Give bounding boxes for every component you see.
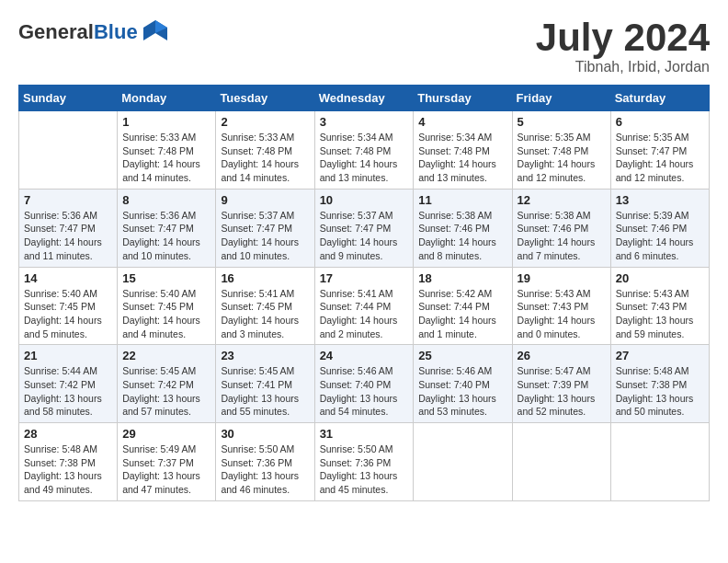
day-number: 31 xyxy=(320,427,409,441)
day-number: 16 xyxy=(221,271,309,285)
day-number: 21 xyxy=(24,349,112,362)
calendar-cell: 4Sunrise: 5:34 AM Sunset: 7:48 PM Daylig… xyxy=(414,111,512,190)
day-info: Sunrise: 5:42 AM Sunset: 7:44 PM Dayligh… xyxy=(418,287,506,341)
calendar-cell: 22Sunrise: 5:45 AM Sunset: 7:42 PM Dayli… xyxy=(118,345,216,423)
day-number: 30 xyxy=(221,427,309,441)
day-number: 9 xyxy=(221,193,309,207)
logo-flag-icon xyxy=(142,18,169,46)
day-number: 28 xyxy=(24,427,112,441)
day-info: Sunrise: 5:48 AM Sunset: 7:38 PM Dayligh… xyxy=(616,364,704,419)
day-number: 12 xyxy=(518,193,606,207)
location-text: Tibnah, Irbid, Jordan xyxy=(536,59,710,75)
calendar-cell: 18Sunrise: 5:42 AM Sunset: 7:44 PM Dayli… xyxy=(414,267,512,345)
header-day-tuesday: Tuesday xyxy=(216,86,314,111)
day-number: 19 xyxy=(518,271,606,285)
day-info: Sunrise: 5:38 AM Sunset: 7:46 PM Dayligh… xyxy=(518,209,606,263)
day-info: Sunrise: 5:43 AM Sunset: 7:43 PM Dayligh… xyxy=(518,287,606,341)
day-number: 3 xyxy=(320,115,409,129)
day-number: 1 xyxy=(122,115,210,129)
day-number: 18 xyxy=(418,271,506,285)
calendar-cell: 26Sunrise: 5:47 AM Sunset: 7:39 PM Dayli… xyxy=(512,345,610,423)
calendar-cell xyxy=(512,423,610,501)
logo: GeneralBlue xyxy=(18,18,169,46)
calendar-cell: 1Sunrise: 5:33 AM Sunset: 7:48 PM Daylig… xyxy=(118,111,216,190)
calendar-cell: 29Sunrise: 5:49 AM Sunset: 7:37 PM Dayli… xyxy=(118,423,216,501)
calendar-cell xyxy=(414,423,512,501)
page-header: GeneralBlue July 2024 Tibnah, Irbid, Jor… xyxy=(18,18,710,75)
day-number: 29 xyxy=(122,427,210,441)
day-number: 26 xyxy=(518,349,606,362)
calendar-cell: 5Sunrise: 5:35 AM Sunset: 7:48 PM Daylig… xyxy=(512,111,610,190)
day-info: Sunrise: 5:36 AM Sunset: 7:47 PM Dayligh… xyxy=(24,209,112,263)
day-info: Sunrise: 5:37 AM Sunset: 7:47 PM Dayligh… xyxy=(320,209,409,263)
calendar-cell: 23Sunrise: 5:45 AM Sunset: 7:41 PM Dayli… xyxy=(216,345,314,423)
calendar-cell: 16Sunrise: 5:41 AM Sunset: 7:45 PM Dayli… xyxy=(216,267,314,345)
header-day-wednesday: Wednesday xyxy=(314,86,414,111)
header-day-sunday: Sunday xyxy=(19,86,118,111)
day-info: Sunrise: 5:35 AM Sunset: 7:47 PM Dayligh… xyxy=(616,131,704,185)
calendar-table: SundayMondayTuesdayWednesdayThursdayFrid… xyxy=(18,85,710,501)
day-info: Sunrise: 5:36 AM Sunset: 7:47 PM Dayligh… xyxy=(122,209,210,263)
day-info: Sunrise: 5:39 AM Sunset: 7:46 PM Dayligh… xyxy=(616,209,704,263)
calendar-cell: 30Sunrise: 5:50 AM Sunset: 7:36 PM Dayli… xyxy=(216,423,314,501)
title-block: July 2024 Tibnah, Irbid, Jordan xyxy=(536,18,710,75)
day-info: Sunrise: 5:34 AM Sunset: 7:48 PM Dayligh… xyxy=(418,131,506,185)
header-day-thursday: Thursday xyxy=(414,86,512,111)
day-number: 6 xyxy=(616,115,704,129)
day-info: Sunrise: 5:37 AM Sunset: 7:47 PM Dayligh… xyxy=(221,209,309,263)
day-number: 17 xyxy=(320,271,409,285)
calendar-cell: 12Sunrise: 5:38 AM Sunset: 7:46 PM Dayli… xyxy=(512,189,610,267)
day-number: 10 xyxy=(320,193,409,207)
calendar-cell: 3Sunrise: 5:34 AM Sunset: 7:48 PM Daylig… xyxy=(314,111,414,190)
calendar-cell: 14Sunrise: 5:40 AM Sunset: 7:45 PM Dayli… xyxy=(19,267,118,345)
calendar-cell: 21Sunrise: 5:44 AM Sunset: 7:42 PM Dayli… xyxy=(19,345,118,423)
month-title: July 2024 xyxy=(536,18,710,57)
day-info: Sunrise: 5:34 AM Sunset: 7:48 PM Dayligh… xyxy=(320,131,409,185)
calendar-week-row: 28Sunrise: 5:48 AM Sunset: 7:38 PM Dayli… xyxy=(19,423,710,501)
day-number: 4 xyxy=(418,115,506,129)
calendar-cell: 31Sunrise: 5:50 AM Sunset: 7:36 PM Dayli… xyxy=(314,423,414,501)
day-info: Sunrise: 5:33 AM Sunset: 7:48 PM Dayligh… xyxy=(221,131,309,185)
day-number: 5 xyxy=(518,115,606,129)
day-number: 24 xyxy=(320,349,409,362)
day-info: Sunrise: 5:47 AM Sunset: 7:39 PM Dayligh… xyxy=(518,364,606,419)
day-info: Sunrise: 5:44 AM Sunset: 7:42 PM Dayligh… xyxy=(24,364,112,419)
calendar-cell: 9Sunrise: 5:37 AM Sunset: 7:47 PM Daylig… xyxy=(216,189,314,267)
calendar-cell xyxy=(19,111,118,190)
day-info: Sunrise: 5:46 AM Sunset: 7:40 PM Dayligh… xyxy=(418,364,506,419)
day-number: 8 xyxy=(122,193,210,207)
day-number: 20 xyxy=(616,271,704,285)
day-number: 11 xyxy=(418,193,506,207)
calendar-cell: 27Sunrise: 5:48 AM Sunset: 7:38 PM Dayli… xyxy=(610,345,709,423)
day-number: 23 xyxy=(221,349,309,362)
calendar-cell: 13Sunrise: 5:39 AM Sunset: 7:46 PM Dayli… xyxy=(610,189,709,267)
calendar-cell: 2Sunrise: 5:33 AM Sunset: 7:48 PM Daylig… xyxy=(216,111,314,190)
day-info: Sunrise: 5:40 AM Sunset: 7:45 PM Dayligh… xyxy=(24,287,112,341)
day-info: Sunrise: 5:35 AM Sunset: 7:48 PM Dayligh… xyxy=(518,131,606,185)
day-info: Sunrise: 5:48 AM Sunset: 7:38 PM Dayligh… xyxy=(24,442,112,497)
calendar-cell: 7Sunrise: 5:36 AM Sunset: 7:47 PM Daylig… xyxy=(19,189,118,267)
header-day-monday: Monday xyxy=(118,86,216,111)
day-number: 7 xyxy=(24,193,112,207)
day-info: Sunrise: 5:49 AM Sunset: 7:37 PM Dayligh… xyxy=(122,442,210,497)
calendar-cell: 6Sunrise: 5:35 AM Sunset: 7:47 PM Daylig… xyxy=(610,111,709,190)
day-number: 22 xyxy=(122,349,210,362)
day-info: Sunrise: 5:46 AM Sunset: 7:40 PM Dayligh… xyxy=(320,364,409,419)
calendar-week-row: 14Sunrise: 5:40 AM Sunset: 7:45 PM Dayli… xyxy=(19,267,710,345)
calendar-cell: 15Sunrise: 5:40 AM Sunset: 7:45 PM Dayli… xyxy=(118,267,216,345)
calendar-week-row: 1Sunrise: 5:33 AM Sunset: 7:48 PM Daylig… xyxy=(19,111,710,190)
calendar-cell: 11Sunrise: 5:38 AM Sunset: 7:46 PM Dayli… xyxy=(414,189,512,267)
header-day-saturday: Saturday xyxy=(610,86,709,111)
header-day-friday: Friday xyxy=(512,86,610,111)
calendar-cell: 19Sunrise: 5:43 AM Sunset: 7:43 PM Dayli… xyxy=(512,267,610,345)
calendar-week-row: 21Sunrise: 5:44 AM Sunset: 7:42 PM Dayli… xyxy=(19,345,710,423)
calendar-cell: 8Sunrise: 5:36 AM Sunset: 7:47 PM Daylig… xyxy=(118,189,216,267)
logo-blue-text: Blue xyxy=(94,20,138,43)
calendar-cell: 24Sunrise: 5:46 AM Sunset: 7:40 PM Dayli… xyxy=(314,345,414,423)
logo-general-text: General xyxy=(18,20,94,43)
day-info: Sunrise: 5:50 AM Sunset: 7:36 PM Dayligh… xyxy=(320,442,409,497)
day-info: Sunrise: 5:43 AM Sunset: 7:43 PM Dayligh… xyxy=(616,287,704,341)
day-number: 27 xyxy=(616,349,704,362)
calendar-cell: 28Sunrise: 5:48 AM Sunset: 7:38 PM Dayli… xyxy=(19,423,118,501)
calendar-cell: 25Sunrise: 5:46 AM Sunset: 7:40 PM Dayli… xyxy=(414,345,512,423)
